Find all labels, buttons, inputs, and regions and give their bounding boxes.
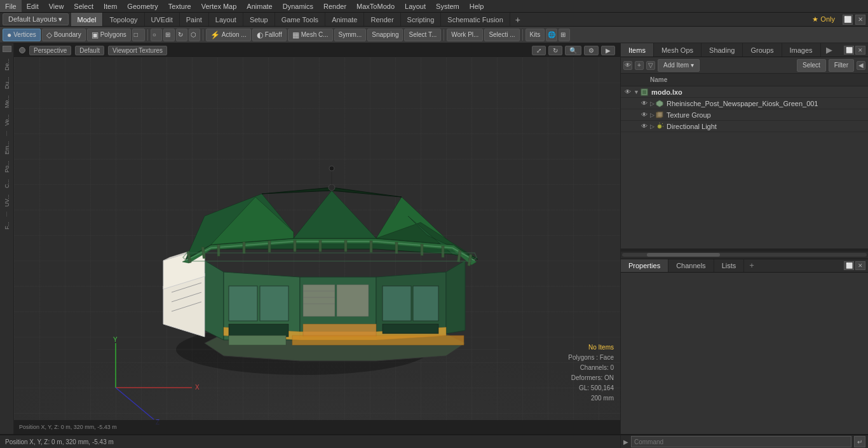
menu-layout[interactable]: Layout <box>400 0 431 12</box>
viewport-more-btn[interactable]: ▶ <box>601 46 615 55</box>
filter-btn[interactable]: ▽ <box>646 61 655 70</box>
items-list[interactable]: 👁 ▼ modo.lxo 👁 ▷ <box>621 86 868 248</box>
close-layout-button[interactable]: ✕ <box>855 15 865 25</box>
left-sidebar-toggle[interactable] <box>3 46 11 52</box>
tab-channels[interactable]: Channels <box>668 259 714 272</box>
tab-game-tools[interactable]: Game Tools <box>275 13 326 26</box>
menu-view[interactable]: View <box>44 0 69 12</box>
tab-setup[interactable]: Setup <box>243 13 275 26</box>
menu-render[interactable]: Render <box>318 0 351 12</box>
sidebar-label-po[interactable]: Po... <box>4 158 10 175</box>
tab-animate[interactable]: Animate <box>325 13 364 26</box>
sidebar-label-de[interactable]: De... <box>4 56 10 73</box>
list-item-modo-lxo[interactable]: 👁 ▼ modo.lxo <box>621 86 868 98</box>
sidebar-label-uv[interactable]: UV... <box>4 192 10 209</box>
add-item-button[interactable]: Add Item ▾ <box>658 59 700 72</box>
tool-select-vertices[interactable]: ● Vertices <box>3 29 41 41</box>
menu-select[interactable]: Select <box>69 0 98 12</box>
tool-snapping[interactable]: Snapping <box>367 29 403 41</box>
list-item-texture-group[interactable]: 👁 ▷ Texture Group <box>621 109 868 121</box>
tab-scripting[interactable]: Scripting <box>401 13 442 26</box>
add-btn[interactable]: + <box>635 61 644 70</box>
expand-texture-group[interactable]: ▷ <box>650 112 654 118</box>
tab-lists[interactable]: Lists <box>714 259 745 272</box>
tab-uvedit[interactable]: UVEdit <box>145 13 180 26</box>
tool-boundary[interactable]: ◇ Boundary <box>42 29 86 41</box>
viewport-rotate-btn[interactable]: ↻ <box>548 46 562 55</box>
menu-help[interactable]: Help <box>465 0 489 12</box>
add-bottom-tab-button[interactable]: + <box>744 259 759 272</box>
tool-shield[interactable]: ⬡ <box>189 29 200 41</box>
eye-modo-lxo[interactable]: 👁 <box>623 88 632 97</box>
list-item-directional-light[interactable]: 👁 ▷ Directional Light <box>621 121 868 132</box>
tool-action[interactable]: ⚡ Action ... <box>206 29 251 41</box>
tool-polygons[interactable]: ▣ Polygons <box>87 29 131 41</box>
eye-directional-light[interactable]: 👁 <box>640 122 649 131</box>
tool-select-t[interactable]: Select T... <box>404 29 441 41</box>
tab-properties[interactable]: Properties <box>621 259 668 272</box>
star-only-label[interactable]: ★ Only <box>812 15 840 24</box>
layout-dropdown[interactable]: Default Layouts ▾ <box>3 13 69 25</box>
sidebar-label-me[interactable]: Me... <box>4 93 10 111</box>
expand-modo-lxo[interactable]: ▼ <box>634 89 639 95</box>
tool-circle[interactable]: ○ <box>151 29 162 41</box>
list-item-rheinische[interactable]: 👁 ▷ Rheinische_Post_Newspaper_Kiosk_Gree… <box>621 98 868 109</box>
menu-texture[interactable]: Texture <box>163 0 196 12</box>
command-input[interactable] <box>631 436 851 447</box>
sidebar-label-ve[interactable]: Ve... <box>4 112 10 128</box>
tool-grid[interactable]: ⊞ <box>163 29 175 41</box>
tab-render[interactable]: Render <box>364 13 400 26</box>
add-right-tab-button[interactable]: ▶ <box>821 43 837 57</box>
viewport-textures-btn[interactable]: Viewport Textures <box>108 46 167 55</box>
maximize-button[interactable]: ⬜ <box>843 15 853 25</box>
tab-groups[interactable]: Groups <box>743 43 782 57</box>
sidebar-label-du[interactable]: Du... <box>4 74 10 92</box>
tab-topology[interactable]: Topology <box>103 13 144 26</box>
tool-mesh-c[interactable]: ▦ Mesh C... <box>288 29 333 41</box>
sidebar-label-f[interactable]: F... <box>4 219 10 232</box>
arrow-left-btn[interactable]: ◀ <box>857 61 865 70</box>
tool-selection-set[interactable]: Selecti ... <box>484 29 519 41</box>
menu-maxtomode[interactable]: MaxToModo <box>351 0 400 12</box>
viewport-default-btn[interactable]: Default <box>75 46 104 55</box>
viewport-perspective-btn[interactable]: Perspective <box>29 46 71 55</box>
bottom-panel-expand-btn[interactable]: ⬜ <box>844 261 854 270</box>
tab-items[interactable]: Items <box>621 43 654 57</box>
eye-rheinische[interactable]: 👁 <box>640 99 649 108</box>
right-panel-expand-btn[interactable]: ⬜ <box>844 46 854 55</box>
menu-item[interactable]: Item <box>98 0 122 12</box>
menu-file[interactable]: File <box>0 0 22 12</box>
viewport[interactable]: Perspective Default Viewport Textures ⤢ … <box>14 43 620 434</box>
tab-mesh-ops[interactable]: Mesh Ops <box>654 43 702 57</box>
add-layout-tab-button[interactable]: + <box>510 13 526 27</box>
viewport-zoom-btn[interactable]: 🔍 <box>565 46 581 55</box>
tab-paint[interactable]: Paint <box>180 13 209 26</box>
viewport-settings-btn[interactable]: ⚙ <box>584 46 599 55</box>
visibility-btn[interactable]: 👁 <box>623 61 632 70</box>
expand-rheinische[interactable]: ▷ <box>650 100 654 107</box>
expand-directional-light[interactable]: ▷ <box>650 123 654 130</box>
select-button[interactable]: Select <box>797 59 826 72</box>
tool-work-plane[interactable]: Work Pl... <box>447 29 483 41</box>
menu-vertex-map[interactable]: Vertex Map <box>196 0 242 12</box>
right-panel-close-btn[interactable]: ✕ <box>855 46 865 55</box>
tab-schematic-fusion[interactable]: Schematic Fusion <box>441 13 510 26</box>
bottom-panel-close-btn[interactable]: ✕ <box>855 261 865 270</box>
menu-dynamics[interactable]: Dynamics <box>278 0 318 12</box>
tool-4view[interactable]: ⊞ <box>559 29 570 41</box>
tool-rotate[interactable]: ↻ <box>176 29 187 41</box>
filter-button[interactable]: Filter <box>829 59 854 72</box>
tab-model[interactable]: Model <box>71 13 104 26</box>
viewport-fit-btn[interactable]: ⤢ <box>532 46 546 55</box>
sidebar-label-em[interactable]: Em... <box>4 139 10 157</box>
sidebar-label-c[interactable]: C... <box>4 177 10 191</box>
menu-edit[interactable]: Edit <box>22 0 44 12</box>
menu-geometry[interactable]: Geometry <box>122 0 163 12</box>
items-scrollbar[interactable] <box>621 251 868 259</box>
tool-falloff[interactable]: ◐ Falloff <box>252 29 287 41</box>
tab-shading[interactable]: Shading <box>702 43 743 57</box>
tool-mode-selector[interactable]: □ <box>132 29 145 41</box>
tool-symmetry[interactable]: Symm... <box>334 29 367 41</box>
tab-layout[interactable]: Layout <box>209 13 243 26</box>
command-enter-button[interactable]: ↵ <box>854 436 865 447</box>
